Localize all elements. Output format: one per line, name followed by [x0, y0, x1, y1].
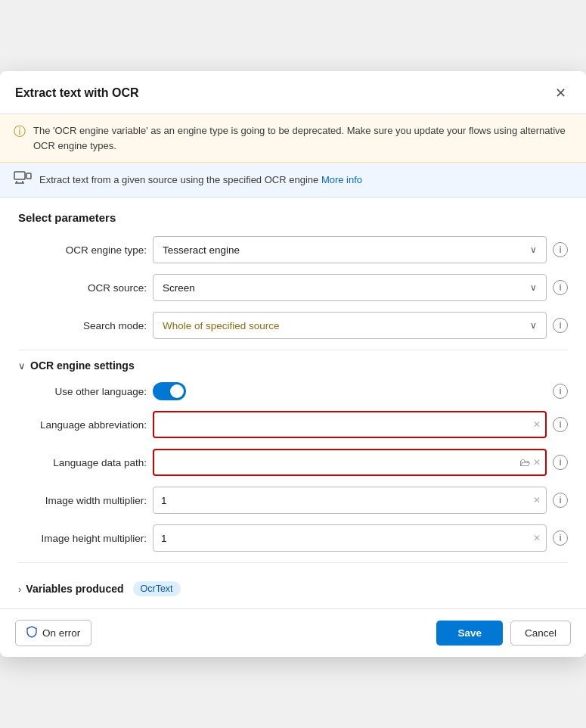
variables-produced-header[interactable]: › Variables produced — [18, 583, 124, 595]
svg-rect-1 — [26, 173, 31, 179]
image-height-multiplier-control: ✕ i — [153, 524, 568, 552]
section-title: Select parameters — [18, 211, 568, 224]
dialog-title: Extract text with OCR — [15, 86, 139, 100]
image-height-multiplier-input[interactable] — [153, 524, 547, 552]
language-abbreviation-control: ✕ i — [153, 411, 568, 438]
use-other-language-label: Use other language: — [18, 386, 147, 397]
divider-1 — [18, 350, 568, 350]
use-other-language-row: Use other language: i — [18, 382, 568, 400]
toggle-thumb — [170, 384, 184, 398]
ocr-source-chevron-icon: ∨ — [530, 282, 537, 293]
image-width-multiplier-control: ✕ i — [153, 487, 568, 514]
dialog-header: Extract text with OCR ✕ — [0, 71, 586, 114]
ocr-engine-type-control: Tesseract engine ∨ i — [153, 236, 568, 263]
use-other-language-info-icon[interactable]: i — [553, 384, 568, 399]
ocr-source-control: Screen ∨ i — [153, 274, 568, 301]
image-width-multiplier-info-icon[interactable]: i — [553, 493, 568, 508]
image-height-multiplier-info-icon[interactable]: i — [553, 530, 568, 546]
image-height-multiplier-label: Image height multiplier: — [18, 533, 147, 544]
image-width-multiplier-wrapper: ✕ — [153, 487, 547, 514]
image-height-multiplier-row: Image height multiplier: ✕ i — [18, 524, 568, 552]
language-data-path-wrapper: 🗁 ✕ — [153, 449, 547, 476]
toggle-track[interactable] — [153, 382, 186, 400]
dialog: Extract text with OCR ✕ ⓘ The 'OCR engin… — [0, 71, 586, 657]
ocr-source-value: Screen — [163, 282, 195, 294]
language-data-path-control: 🗁 ✕ i — [153, 449, 568, 476]
search-mode-control: Whole of specified source ∨ i — [153, 312, 568, 339]
svg-rect-0 — [14, 172, 25, 179]
ocr-text-badge: OcrText — [133, 581, 181, 596]
use-other-language-toggle[interactable] — [153, 382, 186, 400]
ocr-source-dropdown[interactable]: Screen ∨ — [153, 274, 547, 301]
ocr-source-info-icon[interactable]: i — [553, 280, 568, 295]
image-width-multiplier-clear-icon[interactable]: ✕ — [533, 495, 541, 506]
close-button[interactable]: ✕ — [550, 83, 571, 103]
ocr-source-label: OCR source: — [18, 282, 147, 294]
warning-banner: ⓘ The 'OCR engine variable' as an engine… — [0, 114, 586, 163]
search-mode-dropdown[interactable]: Whole of specified source ∨ — [153, 312, 547, 339]
ocr-settings-title: OCR engine settings — [30, 359, 135, 372]
ocr-engine-type-value: Tesseract engine — [163, 244, 240, 256]
ocr-engine-settings-section: ∨ OCR engine settings Use other language… — [18, 359, 568, 552]
warning-text: The 'OCR engine variable' as an engine t… — [33, 123, 572, 153]
ocr-engine-type-dropdown[interactable]: Tesseract engine ∨ — [153, 236, 547, 263]
language-data-path-input[interactable] — [153, 449, 547, 476]
image-height-multiplier-clear-icon[interactable]: ✕ — [533, 533, 541, 543]
language-abbreviation-label: Language abbreviation: — [18, 419, 147, 431]
folder-icon[interactable]: 🗁 — [519, 456, 530, 468]
ocr-banner-icon — [14, 171, 32, 188]
image-width-multiplier-input[interactable] — [153, 487, 547, 514]
language-data-path-info-icon[interactable]: i — [553, 455, 568, 470]
language-abbreviation-clear-icon[interactable]: ✕ — [533, 419, 541, 430]
language-data-path-label: Language data path: — [18, 457, 147, 468]
footer-right: Save Cancel — [436, 621, 571, 646]
search-mode-info-icon[interactable]: i — [553, 318, 568, 333]
more-info-link[interactable]: More info — [321, 174, 362, 185]
language-abbreviation-wrapper: ✕ — [153, 411, 547, 438]
dialog-footer: On error Save Cancel — [0, 608, 586, 657]
ocr-engine-type-label: OCR engine type: — [18, 244, 147, 256]
variables-produced-row: › Variables produced OcrText — [18, 572, 568, 599]
language-data-path-icons: 🗁 ✕ — [519, 456, 541, 468]
divider-2 — [18, 562, 568, 563]
ocr-engine-type-row: OCR engine type: Tesseract engine ∨ i — [18, 236, 568, 263]
dialog-body: Select parameters OCR engine type: Tesse… — [0, 198, 586, 599]
on-error-button[interactable]: On error — [15, 620, 91, 646]
image-width-multiplier-label: Image width multiplier: — [18, 495, 147, 506]
save-button[interactable]: Save — [436, 621, 503, 646]
dropdown-chevron-icon: ∨ — [530, 244, 537, 255]
ocr-settings-chevron-icon: ∨ — [18, 360, 26, 372]
language-abbreviation-info-icon[interactable]: i — [553, 417, 568, 432]
language-abbreviation-row: Language abbreviation: ✕ i — [18, 411, 568, 438]
close-icon: ✕ — [555, 85, 566, 101]
variables-chevron-icon: › — [18, 583, 21, 595]
on-error-label: On error — [42, 627, 80, 639]
ocr-engine-settings-header[interactable]: ∨ OCR engine settings — [18, 359, 568, 372]
use-other-language-control: i — [153, 382, 568, 400]
search-mode-value: Whole of specified source — [163, 320, 280, 331]
cancel-button[interactable]: Cancel — [510, 621, 571, 646]
language-data-path-clear-icon[interactable]: ✕ — [533, 457, 541, 468]
info-banner-text: Extract text from a given source using t… — [39, 174, 362, 185]
language-abbreviation-input[interactable] — [153, 411, 547, 438]
ocr-source-row: OCR source: Screen ∨ i — [18, 274, 568, 301]
variables-produced-label: Variables produced — [26, 583, 123, 595]
search-mode-label: Search mode: — [18, 320, 147, 331]
search-mode-row: Search mode: Whole of specified source ∨… — [18, 312, 568, 339]
info-banner: Extract text from a given source using t… — [0, 163, 586, 198]
language-data-path-row: Language data path: 🗁 ✕ i — [18, 449, 568, 476]
ocr-engine-type-info-icon[interactable]: i — [553, 242, 568, 257]
image-height-multiplier-wrapper: ✕ — [153, 524, 547, 552]
image-width-multiplier-row: Image width multiplier: ✕ i — [18, 487, 568, 514]
search-mode-chevron-icon: ∨ — [530, 320, 537, 331]
warning-icon: ⓘ — [14, 124, 26, 140]
shield-icon — [26, 626, 37, 640]
